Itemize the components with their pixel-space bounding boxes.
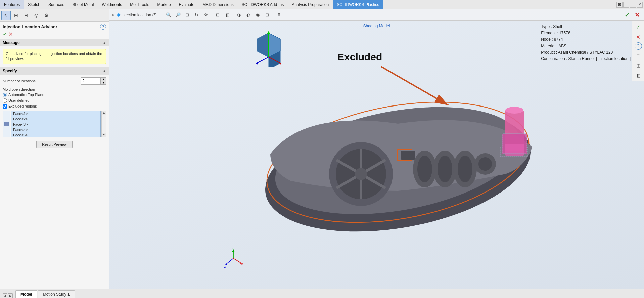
- info-material: Material : ABS: [541, 43, 631, 49]
- vp-reject-top[interactable]: ✕: [633, 11, 641, 19]
- num-locations-row: Number of locations: ▲ ▼: [3, 77, 106, 85]
- nav-prev[interactable]: ◀: [3, 293, 7, 298]
- vp-orient[interactable]: ◧: [223, 11, 232, 19]
- accept-button[interactable]: ✓: [3, 31, 7, 37]
- excluded-face-1[interactable]: Face<1>: [11, 111, 100, 116]
- num-locations-input[interactable]: [81, 77, 101, 85]
- vp-accept-top[interactable]: ✓: [623, 11, 631, 19]
- right-reject-btn[interactable]: ✕: [634, 32, 643, 42]
- info-element: Element : 17576: [541, 30, 631, 36]
- message-section-header[interactable]: Message ▲: [0, 39, 109, 46]
- result-preview-button[interactable]: Result Preview: [36, 141, 72, 148]
- vp-camera[interactable]: 🖥: [275, 11, 283, 19]
- menu-plastics[interactable]: SOLIDWORKS Plastics: [333, 0, 383, 9]
- excluded-list-wrap: Face<1> Face<2> Face<3> Face<4> Face<5> …: [3, 111, 106, 137]
- vp-hide[interactable]: ◐: [244, 11, 253, 19]
- vp-section[interactable]: ◉: [254, 11, 262, 19]
- menu-bar: Features Sketch Surfaces Sheet Metal Wel…: [0, 0, 644, 9]
- win-close[interactable]: ✕: [637, 2, 643, 8]
- excluded-list[interactable]: Face<1> Face<2> Face<3> Face<4> Face<5>: [11, 111, 101, 137]
- shape-3d[interactable]: [237, 30, 559, 245]
- vp-view-setting[interactable]: ⊞: [263, 11, 272, 19]
- vp-display[interactable]: ◑: [235, 11, 243, 19]
- menu-features[interactable]: Features: [0, 0, 24, 9]
- vp-zoom-in[interactable]: 🔍: [164, 11, 173, 19]
- excluded-face-4[interactable]: Face<4>: [11, 127, 100, 132]
- arrow-tool-btn[interactable]: ↖: [1, 11, 11, 20]
- right-panel-btn[interactable]: ◫: [634, 60, 643, 70]
- vp-zoom-out[interactable]: 🔎: [174, 11, 182, 19]
- num-locations-spinbtns: ▲ ▼: [101, 77, 106, 85]
- tab-motion-study[interactable]: Motion Study 1: [38, 290, 75, 298]
- face-svg-icon: [3, 121, 9, 127]
- injection-loc-breadcrumb: 🔷 Injection location (S...: [117, 13, 160, 17]
- vp-fit[interactable]: ⊞: [183, 11, 192, 19]
- win-restore[interactable]: ⊡: [616, 2, 623, 8]
- right-menu-btn[interactable]: ≡: [634, 50, 643, 60]
- menu-surfaces[interactable]: Surfaces: [44, 0, 68, 9]
- target-tool-btn[interactable]: ◎: [32, 11, 41, 20]
- axis-indicator: Z X Y: [223, 248, 243, 268]
- right-view-btn[interactable]: ◧: [634, 71, 643, 80]
- spin-up[interactable]: ▲: [101, 77, 106, 81]
- win-maximize[interactable]: □: [630, 2, 636, 8]
- vp-sep-3: [233, 12, 233, 18]
- menu-sheetmetal[interactable]: Sheet Metal: [68, 0, 98, 9]
- list-scrollbar[interactable]: ▲ ▼: [101, 111, 106, 137]
- message-section-content: Get advice for placing the injection loc…: [0, 46, 109, 67]
- excluded-checkbox-label: Excluded regions: [8, 104, 37, 108]
- menu-markup[interactable]: Markup: [153, 0, 175, 9]
- radio-auto[interactable]: [3, 93, 7, 97]
- excluded-face-5[interactable]: Face<5>: [11, 132, 100, 137]
- bottom-bar: ◀ ▶ Model Motion Study 1: [0, 289, 644, 298]
- settings-tool-btn[interactable]: ⚙: [42, 11, 51, 20]
- right-help-btn[interactable]: ?: [635, 42, 642, 50]
- info-product: Product : Asahi Chemical / STYLAC 120: [541, 49, 631, 56]
- vp-normal[interactable]: ⊡: [214, 11, 222, 19]
- excluded-face-3[interactable]: Face<3>: [11, 122, 100, 127]
- vp-rotate[interactable]: ↻: [192, 11, 201, 19]
- win-minimize[interactable]: ─: [623, 2, 629, 8]
- menu-weldments[interactable]: Weldments: [98, 0, 126, 9]
- nav-next[interactable]: ▶: [8, 293, 13, 298]
- menu-analysis[interactable]: Analysis Preparation: [288, 0, 333, 9]
- radio-user-row: User defined: [3, 98, 106, 103]
- menu-addins[interactable]: SOLIDWORKS Add-Ins: [238, 0, 288, 9]
- svg-rect-33: [505, 144, 524, 156]
- shading-model-label[interactable]: Shading Model: [363, 24, 390, 28]
- radio-user[interactable]: [3, 98, 7, 103]
- scroll-up-arrow[interactable]: ▲: [102, 111, 106, 115]
- num-locations-label: Number of locations:: [3, 79, 81, 83]
- right-accept-btn[interactable]: ✓: [634, 22, 643, 32]
- scroll-down-arrow[interactable]: ▼: [102, 133, 106, 137]
- tab-model[interactable]: Model: [15, 290, 37, 298]
- reject-button[interactable]: ✕: [8, 31, 13, 37]
- vp-sep-2: [212, 12, 212, 18]
- viewport[interactable]: ▶ 🔷 Injection location (S... 🔍 🔎 ⊞ ↻ ✥ ⊡…: [109, 9, 644, 289]
- message-text: Get advice for placing the injection loc…: [6, 52, 102, 61]
- menu-moldtools[interactable]: Mold Tools: [126, 0, 153, 9]
- svg-rect-1: [5, 122, 8, 126]
- panel-help-icon[interactable]: ?: [100, 24, 106, 30]
- svg-point-26: [458, 156, 472, 182]
- panel-title-text: Injection Location Advisor: [3, 24, 57, 29]
- svg-marker-40: [225, 263, 228, 265]
- excluded-face-2[interactable]: Face<2>: [11, 116, 100, 122]
- excluded-checkbox[interactable]: [3, 104, 7, 109]
- menu-evaluate[interactable]: Evaluate: [175, 0, 198, 9]
- specify-section-label: Specify: [3, 69, 17, 73]
- panel-header: Injection Location Advisor ? ✓ ✕: [0, 22, 109, 39]
- layers-tool-btn[interactable]: ⊟: [21, 11, 31, 20]
- spin-down[interactable]: ▼: [101, 81, 106, 85]
- vp-pan[interactable]: ✥: [202, 11, 211, 19]
- bottom-nav: ◀ ▶: [3, 293, 13, 298]
- info-panel: Type : Shell Element : 17576 Node : 8774…: [541, 24, 631, 62]
- info-configuration: Configuration : Sketch Runner [ Injectio…: [541, 56, 631, 62]
- mold-direction-label: Mold open direction: [3, 87, 106, 91]
- menu-sketch[interactable]: Sketch: [24, 0, 44, 9]
- specify-section-header[interactable]: Specify ▲: [0, 67, 109, 75]
- vp-expand-arrow[interactable]: ▶: [112, 13, 114, 17]
- grid-tool-btn[interactable]: ⊞: [11, 11, 21, 20]
- svg-rect-29: [401, 151, 415, 160]
- menu-mbd[interactable]: MBD Dimensions: [198, 0, 238, 9]
